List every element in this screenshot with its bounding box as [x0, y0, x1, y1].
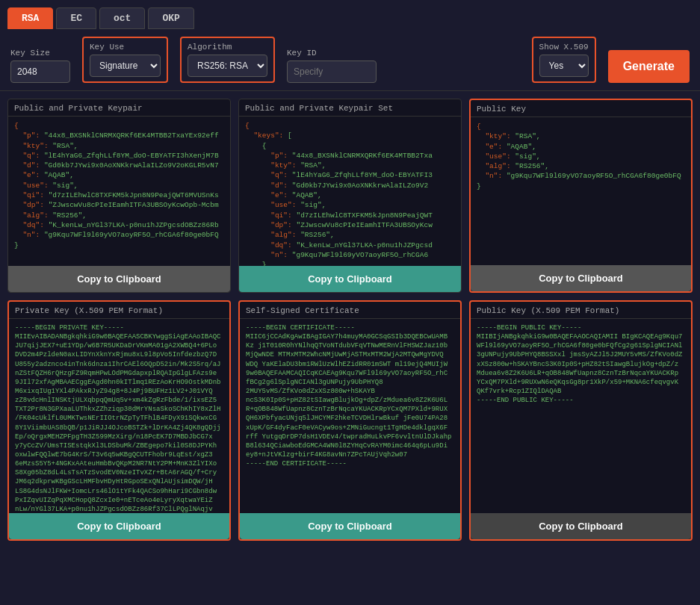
keypair-panel: Public and Private Keypair { "p": "44x8_…: [7, 99, 231, 293]
generate-button[interactable]: Generate: [608, 50, 690, 83]
key-id-label: Key ID: [287, 49, 377, 58]
public-key-panel-title: Public Key: [471, 100, 691, 117]
key-id-input[interactable]: [287, 60, 377, 83]
tab-ec[interactable]: EC: [56, 7, 96, 29]
key-use-select[interactable]: Signature Encryption: [90, 55, 161, 77]
public-key-pem-code: -----BEGIN PUBLIC KEY----- MIIBIjANBgkqh…: [471, 319, 691, 513]
tab-rsa[interactable]: RSA: [7, 7, 53, 29]
tab-bar: RSA EC oct OKP: [0, 0, 700, 29]
public-key-copy-button[interactable]: Copy to Clipboard: [471, 265, 691, 291]
keypair-set-panel-title: Public and Private Keypair Set: [239, 99, 461, 117]
private-key-pem-title: Private Key (X.509 PEM Format): [9, 302, 229, 319]
public-key-panel: Public Key { "kty": "RSA", "e": "AQAB", …: [469, 99, 693, 293]
key-size-input[interactable]: [10, 60, 70, 83]
public-key-pem-title: Public Key (X.509 PEM Format): [471, 302, 691, 319]
private-key-pem-copy-button[interactable]: Copy to Clipboard: [9, 513, 229, 539]
top-panels: Public and Private Keypair { "p": "44x8_…: [0, 91, 700, 293]
key-use-label: Key Use: [90, 43, 161, 52]
public-key-code: { "kty": "RSA", "e": "AQAB", "use": "sig…: [471, 117, 691, 265]
key-id-group: Key ID: [287, 49, 377, 83]
private-key-pem-panel: Private Key (X.509 PEM Format) -----BEGI…: [7, 300, 231, 541]
show-x509-select[interactable]: Yes No: [539, 55, 589, 77]
self-signed-cert-copy-button[interactable]: Copy to Clipboard: [240, 513, 460, 539]
self-signed-cert-title: Self-Signed Certificate: [240, 302, 460, 319]
show-x509-group: Show X.509 Yes No: [532, 37, 596, 83]
toolbar: Key Size Key Use Signature Encryption Al…: [0, 29, 700, 91]
algorithm-group: Algorithm RS256: RSA: [180, 37, 275, 83]
algorithm-select[interactable]: RS256: RSA: [188, 55, 267, 77]
algorithm-label: Algorithm: [188, 43, 267, 52]
keypair-panel-title: Public and Private Keypair: [8, 99, 230, 117]
keypair-copy-button[interactable]: Copy to Clipboard: [8, 266, 230, 292]
tab-okp[interactable]: OKP: [148, 7, 193, 29]
private-key-pem-code: -----BEGIN PRIVATE KEY----- MIIEvAIBADAN…: [9, 319, 229, 513]
keypair-set-copy-button[interactable]: Copy to Clipboard: [239, 266, 461, 292]
show-x509-label: Show X.509: [539, 43, 589, 52]
keypair-set-code: { "keys": [ { "p": "44x8_BXSNklCNRMXQRKf…: [239, 117, 461, 266]
keypair-set-panel: Public and Private Keypair Set { "keys":…: [238, 99, 462, 293]
key-size-group: Key Size: [10, 49, 70, 83]
public-key-pem-panel: Public Key (X.509 PEM Format) -----BEGIN…: [469, 300, 693, 541]
key-use-group: Key Use Signature Encryption: [82, 37, 168, 83]
tab-oct[interactable]: oct: [99, 7, 145, 29]
self-signed-cert-code: -----BEGIN CERTIFICATE----- MIIC6jCCAdKg…: [240, 319, 460, 513]
public-key-pem-copy-button[interactable]: Copy to Clipboard: [471, 513, 691, 539]
self-signed-cert-panel: Self-Signed Certificate -----BEGIN CERTI…: [238, 300, 462, 541]
key-size-label: Key Size: [10, 49, 70, 58]
bottom-panels: Private Key (X.509 PEM Format) -----BEGI…: [0, 293, 700, 548]
keypair-code: { "p": "44x8_BXSNklCNRMXQRKf6EK4MTBB2Txa…: [8, 117, 230, 266]
